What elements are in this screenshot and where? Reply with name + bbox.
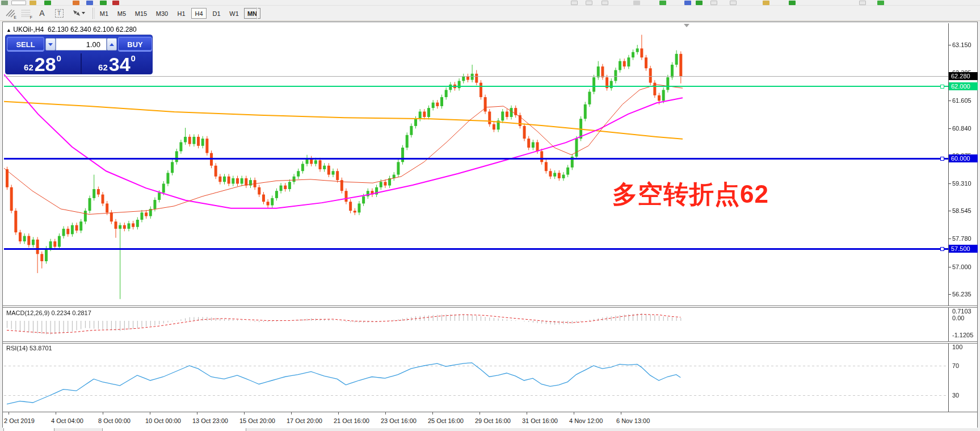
line-drag-handle[interactable]	[940, 157, 944, 161]
sell-price-sup: 0	[57, 53, 61, 63]
current-price-box: 62.280	[949, 72, 978, 80]
crayons-draw-icon[interactable]: E	[3, 7, 17, 19]
collapse-triangle-icon[interactable]: ▲	[6, 27, 11, 33]
rsi-canvas[interactable]	[4, 344, 948, 411]
time-axis-label: 4 Nov 12:00	[569, 417, 603, 424]
text-box-icon[interactable]: T	[52, 7, 66, 19]
buy-button[interactable]: BUY	[118, 37, 152, 52]
macd-canvas[interactable]	[4, 308, 948, 340]
cropped-icon	[602, 1, 608, 5]
time-axis-label: 31 Oct 16:00	[522, 417, 558, 424]
price-tick-label: 58.545	[952, 207, 978, 214]
indicator-axis-label: 0.7103	[952, 308, 979, 315]
ohlc-values: 62.130 62.340 62.100 62.280	[48, 26, 137, 34]
time-tick	[291, 412, 292, 415]
time-tick	[432, 412, 433, 415]
rsi-value: 53.8701	[30, 345, 52, 352]
timeframe-button-mn[interactable]: MN	[244, 8, 260, 19]
quote-header: ▲ UKOil-,H4 62.130 62.340 62.100 62.280	[6, 26, 137, 34]
cropped-icon	[586, 1, 592, 5]
time-axis-label: 10 Oct 00:00	[145, 417, 181, 424]
fibonacci-grid-icon[interactable]: F	[19, 7, 33, 19]
macd-name: MACD(12,26,9)	[6, 309, 49, 316]
buy-price-small: 62	[98, 62, 108, 72]
dropdown-caret-icon	[81, 11, 86, 15]
cropped-icon	[763, 1, 769, 5]
price-level-box-57.500: 57.500	[949, 245, 978, 253]
time-tick	[197, 412, 197, 415]
cropped-icon	[633, 1, 640, 5]
indicator-axis-label: 70	[952, 362, 979, 369]
time-tick	[150, 412, 150, 415]
price-tick-label: 56.235	[952, 291, 978, 298]
sell-price[interactable]: 62 28 0	[7, 53, 78, 74]
current-price-line[interactable]	[4, 76, 948, 77]
time-axis[interactable]: 2 Oct 20194 Oct 04:008 Oct 00:0010 Oct 0…	[3, 412, 977, 428]
price-level-line-57.500[interactable]	[4, 248, 948, 250]
timeframe-button-m30[interactable]: M30	[153, 8, 171, 19]
buy-price-sup: 0	[131, 53, 136, 63]
time-tick	[103, 412, 103, 415]
sell-price-big: 28	[35, 55, 56, 74]
price-tick-label: 57.780	[952, 235, 978, 242]
chart-text-annotation[interactable]: 多空转折点62	[612, 178, 769, 211]
cropped-icon	[684, 1, 691, 5]
time-tick	[621, 412, 621, 415]
crayon-sub-label: E	[14, 15, 16, 19]
price-tick-label: 57.000	[952, 263, 978, 270]
time-axis-label: 4 Oct 04:00	[51, 417, 83, 424]
timeframe-button-w1[interactable]: W1	[226, 8, 242, 19]
buy-price[interactable]: 62 34 0	[81, 53, 152, 74]
time-tick	[574, 412, 574, 415]
price-axis-line	[948, 23, 949, 412]
textbox-glyph: T	[55, 9, 64, 18]
line-drag-handle[interactable]	[940, 247, 944, 251]
volume-increase-button[interactable]	[107, 38, 117, 51]
toolbar-grip[interactable]	[92, 8, 95, 19]
toolbar-separator	[256, 7, 258, 19]
time-axis-label: 23 Oct 16:00	[381, 417, 417, 424]
macd-value-signal: 0.2817	[72, 309, 91, 316]
price-tick-label: 59.310	[952, 180, 978, 187]
panel-splitter[interactable]	[3, 306, 977, 308]
sell-price-small: 62	[24, 62, 33, 72]
timeframe-button-m15[interactable]: M15	[132, 8, 150, 19]
time-axis-label: 25 Oct 16:00	[428, 417, 464, 424]
line-drag-handle[interactable]	[940, 85, 944, 89]
panel-splitter[interactable]	[3, 341, 977, 344]
price-tick	[948, 101, 951, 101]
sell-button[interactable]: SELL	[7, 37, 44, 52]
timeframe-button-m5[interactable]: M5	[114, 8, 129, 19]
rsi-name: RSI(14)	[6, 345, 28, 352]
text-label-icon[interactable]: A	[35, 7, 49, 19]
price-level-line-62.000[interactable]	[4, 86, 948, 87]
price-tick-label: 60.840	[952, 125, 978, 132]
timeframe-button-d1[interactable]: D1	[209, 8, 224, 19]
buy-price-big: 34	[109, 55, 131, 74]
price-level-line-60.000[interactable]	[4, 158, 948, 160]
time-tick	[56, 412, 56, 415]
cropped-icon	[112, 1, 119, 5]
cropped-icon	[86, 1, 93, 5]
volume-decrease-button[interactable]	[45, 38, 56, 51]
price-tick-label: 63.150	[952, 41, 978, 48]
time-axis-label: 8 Oct 00:00	[98, 417, 131, 424]
time-axis-label: 29 Oct 16:00	[475, 417, 511, 424]
time-axis-label: 21 Oct 16:00	[334, 417, 369, 424]
timeframe-button-m1[interactable]: M1	[96, 8, 112, 19]
cropped-icon	[30, 1, 36, 5]
text-tool-glyph: A	[39, 9, 44, 18]
cropped-icon	[877, 1, 884, 5]
one-click-trading-panel: SELL BUY 62 28 0 62 34 0	[5, 35, 153, 74]
window-top-strip	[0, 0, 980, 6]
cropped-dropdown	[11, 1, 26, 5]
timeframe-button-h1[interactable]: H1	[174, 8, 189, 19]
price-tick	[948, 45, 951, 45]
volume-input[interactable]	[56, 38, 107, 51]
arrow-tools-icon[interactable]	[69, 7, 89, 19]
indicator-axis-label: 30	[952, 392, 979, 399]
timeframe-button-h4[interactable]: H4	[191, 8, 207, 19]
down-arrow-icon	[48, 43, 53, 46]
time-tick	[338, 412, 339, 415]
cropped-icon	[73, 1, 79, 5]
